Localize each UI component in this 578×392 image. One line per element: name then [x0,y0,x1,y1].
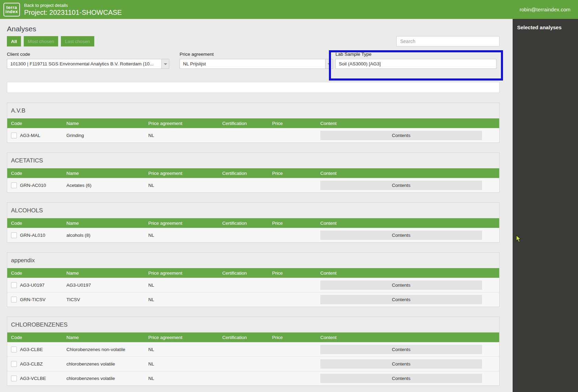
client-code-dropdown-button[interactable] [162,59,169,69]
row-price-agreement: NL [148,297,222,302]
column-header-name: Name [66,271,148,276]
contents-button[interactable]: Contents [320,280,482,290]
row-code: GRN-TICSV [20,297,45,302]
table-header-row: CodeNamePrice agreementCertificationPric… [7,268,499,278]
row-price-agreement: NL [148,233,222,238]
row-checkbox[interactable] [11,347,17,352]
column-header-certification: Certification [222,121,272,126]
column-header-price: Price [272,271,320,276]
row-checkbox[interactable] [11,133,17,138]
sidebar-title: Selected analyses [513,19,578,30]
column-header-price-agreement: Price agreement [148,221,222,226]
row-checkbox[interactable] [11,375,17,381]
row-checkbox[interactable] [11,297,17,303]
column-header-price-agreement: Price agreement [148,271,222,276]
project-title: Project: 20231101-SHOWCASE [24,8,122,17]
column-header-price: Price [272,221,320,226]
row-code: AG3-CLBE [20,347,43,352]
selected-analyses-sidebar: Selected analyses [513,19,578,392]
column-header-certification: Certification [222,335,272,340]
price-agreement-dropdown-button[interactable] [325,59,333,69]
column-header-certification: Certification [222,171,272,176]
contents-button[interactable]: Contents [320,374,482,383]
toolbar: All Most chosen Last chosen [7,36,500,46]
row-code: AG3-U0197 [20,283,44,288]
column-header-price: Price [272,335,320,340]
row-code: AG3-MAL [20,133,40,138]
row-name: chlorobenzenes volatile [66,376,148,381]
lab-sample-type-field[interactable] [335,59,496,69]
row-name: AG3-U0197 [66,283,148,288]
row-checkbox[interactable] [11,361,17,367]
table-rows: AG3-CLBE Chlorobenzenes non-volatile NL … [7,342,499,385]
column-header-name: Name [66,121,148,126]
client-code-field[interactable] [7,59,162,69]
filter-button-last-chosen[interactable]: Last chosen [61,36,94,46]
analysis-section: CHLOROBENZENES CodeNamePrice agreementCe… [7,317,500,386]
table-header-row: CodeNamePrice agreementCertificationPric… [7,332,499,342]
table-row: AG3-CLBZ chlorobenzenes volatile NL Cont… [7,357,499,371]
app-header: terra index Back to project details Proj… [0,0,578,19]
table-row: GRN-TICSV TICSV NL Contents [7,292,499,307]
table-row: GRN-AC010 Acetates (6) NL Contents [7,178,499,192]
column-header-code: Code [7,171,66,176]
row-code: GRN-AL010 [20,233,45,238]
filter-button-most-chosen[interactable]: Most chosen [24,36,58,46]
row-checkbox[interactable] [11,182,17,188]
section-title: ACETATICS [7,153,499,168]
column-header-price: Price [272,121,320,126]
analysis-section: A.V.B CodeNamePrice agreementCertificati… [7,103,500,143]
table-rows: GRN-AC010 Acetates (6) NL Contents [7,178,499,192]
row-name: chlorobenzenes volatile [66,361,148,367]
table-row: AG3-CLBE Chlorobenzenes non-volatile NL … [7,342,499,357]
section-title: A.V.B [7,103,499,118]
contents-button[interactable]: Contents [320,231,482,240]
chevron-down-icon [164,63,167,65]
column-header-name: Name [66,335,148,340]
row-price-agreement: NL [148,361,222,367]
price-agreement-field[interactable] [180,59,325,69]
table-rows: GRN-AL010 alcohols (8) NL Contents [7,228,499,242]
lab-sample-type-label: Lab Sample Type [335,51,496,59]
analysis-section: ALCOHOLS CodeNamePrice agreementCertific… [7,202,500,243]
filters-row: Client code Price agreement Lab Sample T… [7,51,500,69]
section-title: appendix [7,253,499,268]
contents-button[interactable]: Contents [320,181,482,190]
row-price-agreement: NL [148,376,222,381]
column-header-content: Content [320,335,499,340]
client-code-label: Client code [7,51,169,59]
table-rows: AG3-U0197 AG3-U0197 NL Contents GRN-TICS… [7,278,499,307]
contents-button[interactable]: Contents [320,345,482,354]
chevron-down-icon [328,63,331,65]
column-header-certification: Certification [222,221,272,226]
column-header-code: Code [7,271,66,276]
main-content: Analyses All Most chosen Last chosen Cli… [0,19,513,392]
row-checkbox[interactable] [11,232,17,238]
column-header-name: Name [66,221,148,226]
price-agreement-label: Price agreement [180,51,333,59]
table-header-row: CodeNamePrice agreementCertificationPric… [7,218,499,228]
row-name: TICSV [66,297,148,302]
contents-button[interactable]: Contents [320,359,482,369]
terraindex-logo[interactable]: terra index [3,3,20,17]
search-input[interactable] [396,36,500,46]
user-email[interactable]: robin@terraindex.com [520,7,570,12]
contents-button[interactable]: Contents [320,295,482,304]
empty-panel [7,82,500,93]
table-row: GRN-AL010 alcohols (8) NL Contents [7,228,499,242]
filter-button-all[interactable]: All [7,36,21,46]
column-header-code: Code [7,335,66,340]
column-header-content: Content [320,121,499,126]
table-row: AG3-VCLBE chlorobenzenes volatile NL Con… [7,371,499,385]
contents-button[interactable]: Contents [320,131,482,140]
column-header-name: Name [66,171,148,176]
page-title: Analyses [7,25,513,33]
table-rows: AG3-MAL Grinding NL Contents [7,128,499,142]
table-header-row: CodeNamePrice agreementCertificationPric… [7,118,499,128]
row-checkbox[interactable] [11,282,17,288]
analysis-section: appendix CodeNamePrice agreementCertific… [7,252,500,307]
back-to-project-link[interactable]: Back to project details [24,2,122,8]
row-name: alcohols (8) [66,233,148,238]
column-header-price-agreement: Price agreement [148,335,222,340]
row-code: GRN-AC010 [20,183,46,188]
